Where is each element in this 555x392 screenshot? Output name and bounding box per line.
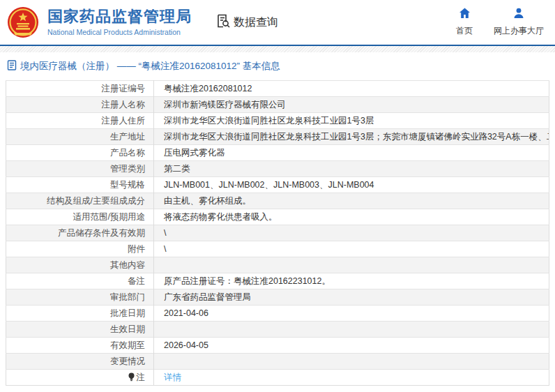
table-row: 注详情 bbox=[6, 370, 549, 386]
document-icon bbox=[7, 60, 17, 73]
row-label-text: 批准日期 bbox=[110, 308, 145, 318]
table-row: 注册人名称深圳市新鸿镁医疗器械有限公司 bbox=[6, 97, 549, 113]
registration-info-table: 注册证编号粤械注准20162081012注册人名称深圳市新鸿镁医疗器械有限公司注… bbox=[6, 80, 549, 386]
row-value-text: 原产品注册证号：粤械注准20162231012。 bbox=[164, 276, 330, 286]
row-value: 粤械注准20162081012 bbox=[154, 81, 549, 97]
row-value: 原产品注册证号：粤械注准20162231012。 bbox=[154, 273, 549, 289]
row-label: 注册人住所 bbox=[6, 113, 154, 129]
row-label: 注册人名称 bbox=[6, 97, 154, 113]
table-row: 生产地址深圳市龙华区大浪街道同胜社区龙泉科技工业园1号3层；东莞市塘厦镇诸佛岭实… bbox=[6, 129, 549, 145]
row-label-text: 审批部门 bbox=[110, 292, 145, 302]
org-name-zh: 国家药品监督管理局 bbox=[47, 8, 192, 25]
row-value bbox=[154, 322, 549, 338]
row-value bbox=[154, 354, 549, 370]
row-label-text: 注册人住所 bbox=[102, 116, 146, 126]
row-label: 附件 bbox=[6, 241, 154, 257]
org-name-en: National Medical Products Administration bbox=[47, 28, 192, 36]
national-emblem-logo bbox=[7, 6, 39, 38]
row-value: 深圳市龙华区大浪街道同胜社区龙泉科技工业园1号3层 bbox=[154, 113, 549, 129]
table-row: 生效日期 bbox=[6, 322, 549, 338]
row-value-text: 2021-04-06 bbox=[164, 308, 208, 318]
row-value-text: 深圳市龙华区大浪街道同胜社区龙泉科技工业园1号3层 bbox=[164, 116, 374, 126]
breadcrumb-text: 境内医疗器械（注册） —— “粤械注准20162081012” 基本信息 bbox=[20, 60, 280, 73]
row-label: 生效日期 bbox=[6, 322, 154, 338]
row-value-text: \ bbox=[164, 244, 166, 254]
row-label-text: 生产地址 bbox=[110, 132, 145, 142]
row-label: 备注 bbox=[6, 273, 154, 289]
table-row: 附件\ bbox=[6, 241, 549, 257]
row-label-text: 生效日期 bbox=[110, 324, 145, 334]
row-value-text: 压电网式雾化器 bbox=[164, 148, 225, 158]
hatched-divider bbox=[0, 46, 555, 52]
row-label-text: 附件 bbox=[128, 244, 145, 254]
table-row: 结构及组成/主要组成成分由主机、雾化杯组成。 bbox=[6, 193, 549, 209]
row-value: \ bbox=[154, 241, 549, 257]
row-value: \ bbox=[154, 225, 549, 241]
row-label-text: 型号规格 bbox=[110, 180, 145, 190]
table-row: 管理类别第二类 bbox=[6, 161, 549, 177]
org-names: 国家药品监督管理局 National Medical Products Admi… bbox=[47, 8, 192, 36]
row-label-text: 注册人名称 bbox=[102, 100, 146, 110]
table-row: 变更情况 bbox=[6, 354, 549, 370]
table-row: 产品储存条件及有效期\ bbox=[6, 225, 549, 241]
table-row: 注册证编号粤械注准20162081012 bbox=[6, 81, 549, 97]
row-label-text: 适用范围/预期用途 bbox=[73, 212, 145, 222]
row-value-text: \ bbox=[164, 228, 166, 238]
row-value-text: 深圳市龙华区大浪街道同胜社区龙泉科技工业园1号3层；东莞市塘厦镇诸佛岭实业路32… bbox=[164, 132, 549, 142]
row-value: 第二类 bbox=[154, 161, 549, 177]
row-label: 审批部门 bbox=[6, 289, 154, 306]
row-label: 批准日期 bbox=[6, 306, 154, 322]
row-value: 2021-04-06 bbox=[154, 306, 549, 322]
row-value bbox=[154, 257, 549, 273]
table-row: 批准日期2021-04-06 bbox=[6, 306, 549, 322]
row-label-text: 有效期至 bbox=[110, 340, 145, 350]
table-row: 其他内容 bbox=[6, 257, 549, 273]
data-query-icon bbox=[215, 13, 231, 31]
table-row: 备注原产品注册证号：粤械注准20162231012。 bbox=[6, 273, 549, 289]
row-value: 广东省药品监督管理局 bbox=[154, 289, 549, 306]
row-label: 产品储存条件及有效期 bbox=[6, 225, 154, 241]
row-label: 生产地址 bbox=[6, 129, 154, 145]
row-label-text: 注册证编号 bbox=[102, 84, 146, 93]
row-label: 变更情况 bbox=[6, 354, 154, 370]
row-label: 其他内容 bbox=[6, 257, 154, 273]
row-label-text: 备注 bbox=[128, 276, 145, 286]
data-query-label: 数据查询 bbox=[234, 15, 278, 30]
data-query-menu[interactable]: 数据查询 bbox=[215, 13, 278, 31]
bulb-icon bbox=[128, 372, 135, 384]
row-value-text: 将液态药物雾化供患者吸入。 bbox=[164, 212, 278, 222]
details-link[interactable]: 详情 bbox=[164, 372, 181, 382]
row-label-text: 注 bbox=[137, 372, 146, 382]
header: 国家药品监督管理局 National Medical Products Admi… bbox=[0, 0, 555, 46]
table-row: 注册人住所深圳市龙华区大浪街道同胜社区龙泉科技工业园1号3层 bbox=[6, 113, 549, 129]
breadcrumb: 境内医疗器械（注册） —— “粤械注准20162081012” 基本信息 bbox=[0, 52, 555, 80]
nav-item-service-hall[interactable]: 网上办事大厅 bbox=[494, 8, 544, 37]
row-label: 适用范围/预期用途 bbox=[6, 209, 154, 225]
row-label-text: 产品储存条件及有效期 bbox=[58, 228, 145, 238]
row-value-text: JLN-MB001、JLN-MB002、JLN-MB003、JLN-MB004 bbox=[164, 180, 374, 190]
row-value: 压电网式雾化器 bbox=[154, 145, 549, 161]
table-row: 产品名称压电网式雾化器 bbox=[6, 145, 549, 161]
row-value-text: 由主机、雾化杯组成。 bbox=[164, 196, 251, 206]
user-icon bbox=[513, 8, 524, 22]
row-label: 注册证编号 bbox=[6, 81, 154, 97]
nav-service-hall-label: 网上办事大厅 bbox=[494, 25, 544, 37]
table-row: 有效期至2026-04-05 bbox=[6, 338, 549, 354]
row-label: 产品名称 bbox=[6, 145, 154, 161]
top-nav: 首页 网上办事大厅 bbox=[456, 8, 544, 37]
table-row: 型号规格JLN-MB001、JLN-MB002、JLN-MB003、JLN-MB… bbox=[6, 177, 549, 193]
row-label-text: 变更情况 bbox=[110, 356, 145, 366]
home-icon bbox=[459, 8, 471, 22]
row-value: 详情 bbox=[154, 370, 549, 386]
row-value-text: 第二类 bbox=[164, 164, 190, 174]
row-label-text: 管理类别 bbox=[110, 164, 145, 174]
nav-item-home[interactable]: 首页 bbox=[456, 8, 473, 37]
table-row: 审批部门广东省药品监督管理局 bbox=[6, 289, 549, 306]
row-label-text: 结构及组成/主要组成成分 bbox=[47, 196, 145, 206]
row-label-text: 产品名称 bbox=[110, 148, 145, 158]
row-value-text: 粤械注准20162081012 bbox=[164, 84, 252, 93]
row-value: 由主机、雾化杯组成。 bbox=[154, 193, 549, 209]
row-label: 型号规格 bbox=[6, 177, 154, 193]
row-value-text: 深圳市新鸿镁医疗器械有限公司 bbox=[164, 100, 286, 110]
row-label: 管理类别 bbox=[6, 161, 154, 177]
